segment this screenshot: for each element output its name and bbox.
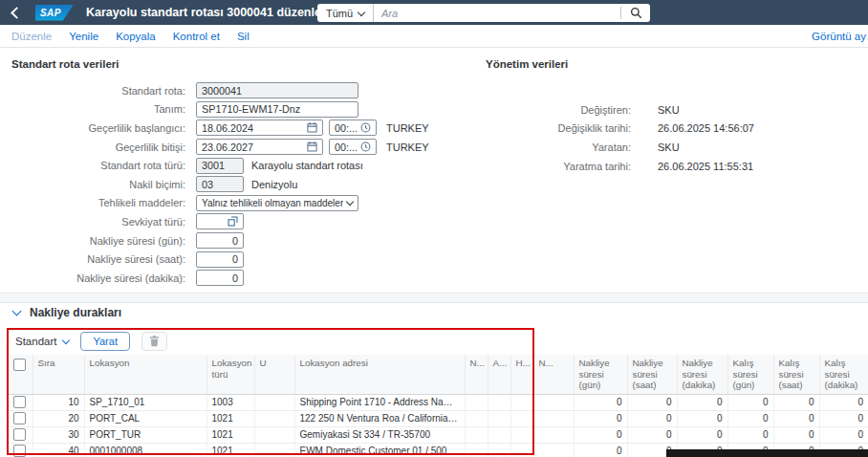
select-all-checkbox[interactable] bbox=[13, 359, 26, 371]
field-label: Tehlikeli maddeler: bbox=[0, 197, 191, 208]
column-header[interactable]: Kalış süresi (dakika) bbox=[819, 355, 868, 394]
stops-panel-header: Nakliye durakları bbox=[13, 306, 121, 319]
section-separator bbox=[0, 293, 868, 303]
calendar-icon[interactable] bbox=[304, 141, 317, 152]
chevron-down-icon bbox=[346, 198, 354, 206]
field-label: Yaratma tarihi: bbox=[478, 161, 631, 172]
bottom-dark-strip bbox=[666, 449, 868, 457]
section-title-route-data: Standart rota verileri bbox=[11, 58, 119, 70]
action-edit[interactable]: Düzenle bbox=[11, 31, 52, 42]
column-header[interactable]: H... bbox=[510, 355, 533, 394]
search-input[interactable] bbox=[374, 4, 620, 22]
back-button[interactable] bbox=[12, 9, 21, 17]
stops-panel-title: Nakliye durakları bbox=[30, 306, 121, 319]
create-button[interactable]: Yarat bbox=[80, 332, 129, 351]
nakliye-suresi-saat-input[interactable]: 0 bbox=[196, 251, 244, 268]
row-checkbox[interactable] bbox=[13, 445, 26, 457]
table-cell: 0 bbox=[677, 394, 727, 410]
sap-logo: SAP bbox=[35, 5, 74, 21]
row-checkbox[interactable] bbox=[13, 396, 26, 408]
table-cell: 0 bbox=[574, 394, 627, 410]
clock-icon[interactable] bbox=[358, 141, 371, 152]
form-row: Tehlikeli maddeler: Yalnız tehlikeli olm… bbox=[0, 194, 497, 213]
row-checkbox[interactable] bbox=[13, 412, 26, 424]
table-row[interactable]: 20PORT_CAL1021122 250 N Ventura Roa / Ca… bbox=[8, 410, 868, 426]
clock-icon[interactable] bbox=[358, 122, 371, 133]
view-selector[interactable]: Standart bbox=[15, 336, 69, 347]
column-header[interactable]: Lokasyon türü bbox=[206, 355, 254, 394]
section-title-admin-data: Yönetim verileri bbox=[486, 58, 568, 70]
row-select-cell bbox=[8, 426, 33, 443]
view-selector-label: Standart bbox=[15, 336, 56, 347]
table-cell bbox=[510, 410, 533, 426]
input-value: SP1710-EWM17-Dnz bbox=[202, 103, 300, 115]
trash-icon bbox=[149, 336, 160, 347]
nakliye-suresi-gun-input[interactable]: 0 bbox=[196, 232, 244, 249]
tehlikeli-maddeler-select[interactable]: Yalnız tehlikeli olmayan maddeler bbox=[196, 195, 358, 211]
route-form: Standart rota: 3000041 Tanım: SP1710-EWM… bbox=[0, 81, 497, 288]
form-row: Sevkiyat türü: bbox=[0, 212, 497, 231]
table-header-row: SıraLokasyonLokasyon türüULokasyon adres… bbox=[8, 355, 868, 394]
delete-row-button[interactable] bbox=[141, 332, 167, 351]
search-button[interactable] bbox=[621, 4, 650, 22]
search-scope-selector[interactable]: Tümü bbox=[317, 4, 374, 22]
field-label: Geçerlilik bitişi: bbox=[0, 141, 191, 153]
field-label: Standart rota: bbox=[0, 85, 191, 97]
calendar-icon[interactable] bbox=[304, 122, 317, 133]
table-row[interactable]: 30PORT_TUR1021Gemiyakasi St 334 / TR-357… bbox=[8, 426, 868, 443]
row-checkbox[interactable] bbox=[13, 428, 26, 441]
panel-collapse-icon[interactable] bbox=[12, 307, 22, 316]
input-value: 23.06.2027 bbox=[202, 141, 253, 153]
field-label: Nakil biçimi: bbox=[0, 179, 191, 190]
nakliye-suresi-dakika-input[interactable]: 0 bbox=[196, 270, 244, 286]
action-check[interactable]: Kontrol et bbox=[173, 31, 220, 42]
form-row: Nakliye süresi (gün): 0 bbox=[0, 231, 497, 250]
validity-start-date-input[interactable]: 18.06.2024 bbox=[196, 120, 323, 136]
column-header[interactable]: A... bbox=[488, 355, 510, 394]
column-header[interactable]: N... bbox=[533, 355, 574, 394]
table-cell bbox=[488, 394, 510, 410]
value-help-icon[interactable] bbox=[225, 216, 238, 227]
table-cell: 1021 bbox=[206, 426, 254, 443]
nakil-bicimi-input[interactable]: 03 bbox=[196, 176, 244, 192]
column-header[interactable]: Sıra bbox=[33, 355, 84, 394]
validity-start-time-input[interactable]: 00:... bbox=[329, 120, 377, 136]
column-header[interactable]: Lokasyon adresi bbox=[294, 355, 465, 394]
column-header[interactable]: N... bbox=[465, 355, 488, 394]
column-header[interactable]: U bbox=[254, 355, 294, 394]
form-row: Nakliye süresi (dakika): 0 bbox=[0, 269, 497, 288]
form-row: Yaratma tarihi: 26.06.2025 11:55:31 bbox=[478, 157, 860, 176]
action-copy[interactable]: Kopyala bbox=[116, 31, 156, 42]
table-cell bbox=[254, 443, 294, 457]
table-cell: 0 bbox=[677, 410, 727, 426]
table-cell: 0 bbox=[819, 410, 868, 426]
column-header[interactable]: Nakliye süresi (dakika) bbox=[677, 355, 727, 394]
column-header[interactable]: Nakliye süresi (saat) bbox=[627, 355, 677, 394]
input-value: 03 bbox=[202, 179, 213, 190]
input-value: 18.06.2024 bbox=[202, 122, 253, 134]
column-header[interactable]: Nakliye süresi (gün) bbox=[574, 355, 627, 394]
table-cell: 0 bbox=[773, 410, 819, 426]
table-cell bbox=[533, 410, 574, 426]
column-header[interactable]: Kalış süresi (gün) bbox=[727, 355, 773, 394]
tanim-input[interactable]: SP1710-EWM17-Dnz bbox=[196, 101, 358, 118]
rota-turu-input[interactable]: 3001 bbox=[196, 158, 244, 174]
column-header[interactable]: Kalış süresi (saat) bbox=[773, 355, 819, 394]
stops-table: SıraLokasyonLokasyon türüULokasyon adres… bbox=[8, 355, 868, 457]
column-header[interactable]: Lokasyon bbox=[84, 355, 206, 394]
action-delete[interactable]: Sil bbox=[237, 31, 250, 42]
field-label: Yaratan: bbox=[478, 141, 631, 153]
table-cell: 0 bbox=[727, 394, 773, 410]
field-label: Değiştiren: bbox=[478, 104, 631, 116]
table-cell: 0 bbox=[627, 394, 677, 410]
action-display-settings[interactable]: Görüntü ay bbox=[812, 31, 866, 42]
table-row[interactable]: 10SP_1710_011003Shipping Point 1710 - Ad… bbox=[8, 394, 868, 410]
table-cell: 0 bbox=[819, 426, 868, 443]
action-refresh[interactable]: Yenile bbox=[69, 31, 98, 42]
sevkiyat-turu-input[interactable] bbox=[196, 213, 244, 229]
standart-rota-input[interactable]: 3000041 bbox=[196, 82, 358, 98]
table-cell bbox=[254, 394, 294, 410]
form-row: Tanım: SP1710-EWM17-Dnz bbox=[0, 100, 497, 120]
validity-end-date-input[interactable]: 23.06.2027 bbox=[196, 139, 323, 155]
validity-end-time-input[interactable]: 00:... bbox=[329, 139, 377, 155]
